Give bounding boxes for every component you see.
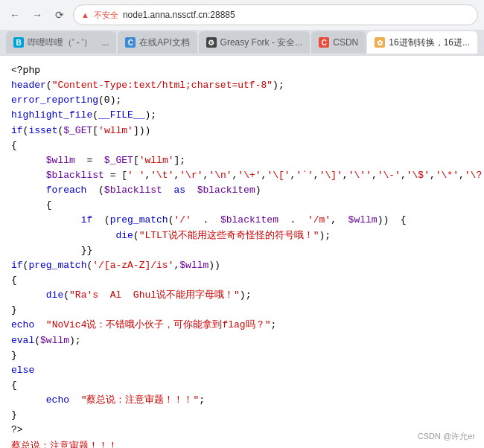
tab-bilibili[interactable]: B 哔哩哔哩（' - '）ゞ... — [6, 31, 116, 54]
output-line: 蔡总说：注意审题！！！ — [11, 438, 473, 448]
tab-hex-label: 16进制转换，16进... — [389, 36, 470, 49]
tab-greasy-fork-icon: ⚙ — [206, 37, 217, 48]
tab-greasy-fork-label: Greasy Fork - 安全... — [220, 36, 303, 49]
address-bar[interactable]: ▲ 不安全 node1.anna.nssctf.cn:28885 — [73, 4, 478, 25]
tab-hex[interactable]: ✿ 16进制转换，16进... — [367, 31, 477, 54]
tab-api-docs-icon: C — [125, 37, 136, 48]
forward-button[interactable]: → — [28, 6, 46, 24]
tab-csdn-icon: C — [319, 37, 329, 48]
security-icon: ▲ — [81, 10, 89, 19]
tab-bilibili-label: 哔哩哔哩（' - '）ゞ... — [28, 36, 109, 49]
nav-bar: ← → ⟳ ▲ 不安全 node1.anna.nssctf.cn:28885 — [0, 0, 484, 30]
refresh-button[interactable]: ⟳ — [51, 6, 69, 24]
tabs-bar: B 哔哩哔哩（' - '）ゞ... C 在线API文档 ⚙ Greasy For… — [0, 30, 484, 55]
tab-csdn-label: CSDN — [333, 37, 358, 48]
url-text: node1.anna.nssctf.cn:28885 — [123, 10, 470, 20]
page-content: <?php header("Content-Type:text/html;cha… — [0, 56, 484, 448]
tab-csdn[interactable]: C CSDN — [311, 31, 366, 54]
tab-hex-icon: ✿ — [375, 37, 385, 48]
back-button[interactable]: ← — [6, 6, 24, 24]
tab-greasy-fork[interactable]: ⚙ Greasy Fork - 安全... — [199, 31, 311, 54]
browser-chrome: ← → ⟳ ▲ 不安全 node1.anna.nssctf.cn:28885 B… — [0, 0, 484, 56]
tab-api-docs-label: 在线API文档 — [139, 36, 189, 49]
watermark: CSDN @许允er — [418, 431, 475, 442]
tab-bilibili-icon: B — [13, 37, 24, 48]
code-display: <?php header("Content-Type:text/html;cha… — [11, 63, 473, 438]
security-text: 不安全 — [94, 10, 118, 21]
tab-api-docs[interactable]: C 在线API文档 — [118, 31, 197, 54]
